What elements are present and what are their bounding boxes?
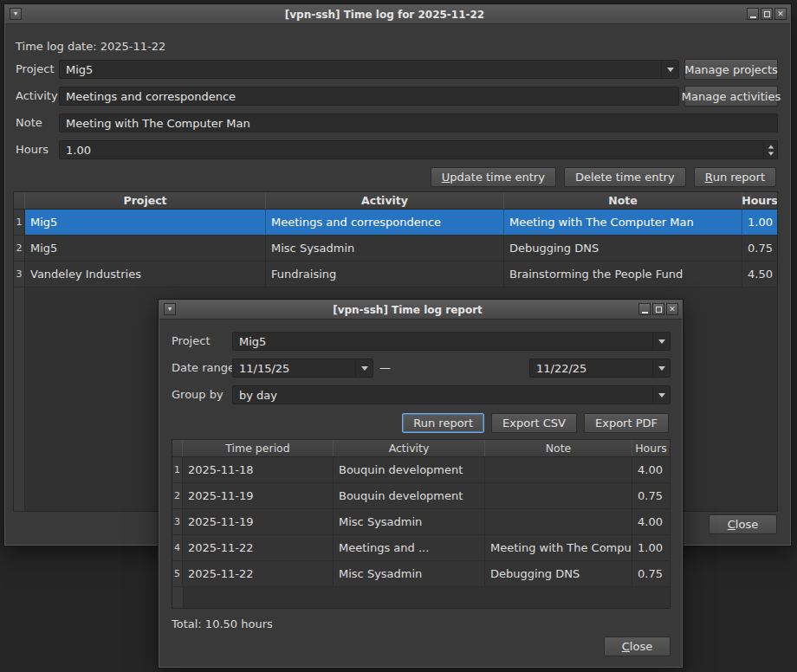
maximize-icon <box>656 307 662 313</box>
report-titlebar[interactable]: ▾ [vpn-ssh] Time log report ✕ <box>159 300 682 320</box>
table-header: Time period Activity Note Hours <box>172 440 670 457</box>
note-label: Note <box>16 113 42 132</box>
date-range-label: Date range <box>172 359 235 378</box>
report-table: Time period Activity Note Hours 1 2025-1… <box>172 439 671 609</box>
header-project[interactable]: Project <box>25 192 266 209</box>
row-number: 1 <box>172 457 183 482</box>
cell-project: Mig5 <box>25 210 266 235</box>
table-row[interactable]: 3 Vandeley Industries Fundraising Brains… <box>14 262 777 288</box>
window-menu-icon[interactable]: ▾ <box>164 303 176 315</box>
hours-spinbox-value: 1.00 <box>60 144 97 157</box>
project-combobox[interactable]: Mig5 <box>59 60 679 79</box>
cell-note <box>485 457 632 482</box>
project-combobox-value: Mig5 <box>60 63 99 76</box>
row-number: 2 <box>172 483 183 508</box>
activity-label: Activity <box>16 87 58 106</box>
note-input[interactable]: Meeting with The Computer Man <box>59 113 778 132</box>
chevron-down-icon[interactable] <box>652 386 670 404</box>
header-note[interactable]: Note <box>485 440 632 456</box>
report-run-report-button[interactable]: Run report <box>402 413 484 433</box>
header-corner <box>14 192 25 209</box>
cell-activity: Bouquin development <box>334 483 485 508</box>
table-row[interactable]: 1 Mig5 Meetings and correspondence Meeti… <box>14 210 777 236</box>
spinbox-arrows[interactable] <box>763 141 777 158</box>
cell-hours: 4.50 <box>742 262 777 287</box>
cell-activity: Misc Sysadmin <box>266 236 504 261</box>
hours-spinbox[interactable]: 1.00 <box>59 140 778 159</box>
close-icon: ✕ <box>777 10 784 18</box>
date-from-value: 11/15/25 <box>233 362 295 375</box>
cell-note: Meeting with The Computer... <box>485 535 632 560</box>
minimize-button[interactable] <box>747 8 759 20</box>
report-window: ▾ [vpn-ssh] Time log report ✕ Project Mi… <box>159 300 683 668</box>
header-hours[interactable]: Hours <box>632 440 670 456</box>
table-header: Project Activity Note Hours <box>14 192 777 210</box>
table-row[interactable]: 5 2025-11-22 Misc Sysadmin Debugging DNS… <box>172 561 670 587</box>
cell-activity: Meetings and correspondence <box>266 210 504 235</box>
export-pdf-button[interactable]: Export PDF <box>584 413 669 433</box>
total-hours-label: Total: 10.50 hours <box>172 617 273 630</box>
header-activity[interactable]: Activity <box>266 192 504 209</box>
export-csv-button[interactable]: Export CSV <box>491 413 577 433</box>
maximize-button[interactable] <box>652 303 664 315</box>
hours-label: Hours <box>16 140 49 159</box>
cell-note: Brainstorming the People Fund <box>504 262 742 287</box>
row-number: 3 <box>172 509 183 534</box>
chevron-down-icon[interactable] <box>652 333 670 350</box>
update-time-entry-button[interactable]: Update time entry <box>431 167 556 187</box>
chevron-down-icon[interactable] <box>355 359 373 377</box>
minimize-icon <box>750 16 756 18</box>
row-number: 1 <box>14 210 25 235</box>
project-label: Project <box>16 60 54 79</box>
spin-down-icon[interactable] <box>768 152 773 155</box>
header-note[interactable]: Note <box>504 192 742 209</box>
maximize-button[interactable] <box>761 8 773 20</box>
delete-time-entry-button[interactable]: Delete time entry <box>564 167 686 187</box>
chevron-down-icon[interactable] <box>652 359 670 377</box>
close-window-button[interactable]: ✕ <box>666 303 678 315</box>
row-number: 4 <box>172 535 183 560</box>
main-titlebar[interactable]: ▾ [vpn-ssh] Time log for 2025-11-22 ✕ <box>5 5 790 24</box>
cell-activity: Bouquin development <box>334 457 485 482</box>
main-window-title: [vpn-ssh] Time log for 2025-11-22 <box>31 5 738 24</box>
close-window-button[interactable]: ✕ <box>774 8 787 20</box>
report-close-button[interactable]: Close <box>604 636 671 656</box>
table-row[interactable]: 2 2025-11-19 Bouquin development 0.75 <box>172 483 670 509</box>
cell-note: Meeting with The Computer Man <box>504 210 742 235</box>
header-corner <box>172 440 183 456</box>
note-input-value: Meeting with The Computer Man <box>60 117 256 130</box>
table-row[interactable]: 3 2025-11-19 Misc Sysadmin 4.00 <box>172 509 670 535</box>
report-window-title: [vpn-ssh] Time log report <box>185 300 630 320</box>
header-time-period[interactable]: Time period <box>183 440 334 456</box>
group-by-combobox[interactable]: by day <box>232 385 671 404</box>
window-menu-icon[interactable]: ▾ <box>10 8 22 20</box>
cell-hours: 0.75 <box>632 561 670 586</box>
manage-activities-button[interactable]: Manage activities <box>684 86 778 107</box>
group-by-label: Group by <box>172 385 224 404</box>
activity-input[interactable]: Meetings and correspondence <box>59 87 679 106</box>
header-activity[interactable]: Activity <box>334 440 485 456</box>
chevron-down-icon[interactable] <box>661 61 678 78</box>
cell-period: 2025-11-19 <box>183 483 334 508</box>
report-project-combobox[interactable]: Mig5 <box>232 332 671 351</box>
cell-note: Debugging DNS <box>504 236 742 261</box>
report-project-label: Project <box>172 332 210 351</box>
cell-hours: 0.75 <box>632 483 670 508</box>
date-to-combobox[interactable]: 11/22/25 <box>529 359 671 378</box>
header-hours[interactable]: Hours <box>742 192 777 209</box>
cell-activity: Misc Sysadmin <box>334 561 485 586</box>
date-range-separator: — <box>379 359 391 378</box>
date-from-combobox[interactable]: 11/15/25 <box>232 359 373 378</box>
report-project-value: Mig5 <box>233 335 272 348</box>
spin-up-icon[interactable] <box>768 145 773 148</box>
cell-period: 2025-11-22 <box>183 535 334 560</box>
minimize-button[interactable] <box>638 303 651 315</box>
cell-note <box>485 509 632 534</box>
close-button[interactable]: Close <box>709 514 777 534</box>
table-row[interactable]: 1 2025-11-18 Bouquin development 4.00 <box>172 457 670 483</box>
manage-projects-button[interactable]: Manage projects <box>684 59 778 80</box>
run-report-button[interactable]: Run report <box>694 167 776 187</box>
cell-hours: 0.75 <box>742 236 777 261</box>
table-row[interactable]: 4 2025-11-22 Meetings and ... Meeting wi… <box>172 535 670 561</box>
table-row[interactable]: 2 Mig5 Misc Sysadmin Debugging DNS 0.75 <box>14 236 777 262</box>
